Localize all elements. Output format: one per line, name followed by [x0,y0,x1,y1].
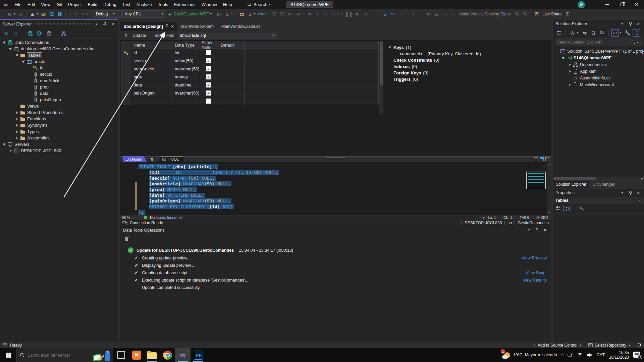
data-type-cell[interactable]: int [172,49,199,57]
stop-refresh-icon[interactable]: ✕ [12,29,19,38]
collapsed-arrow-icon[interactable] [15,111,19,114]
step-over-icon[interactable]: ↷ [389,10,397,18]
menu-window[interactable]: Window [199,1,220,8]
default-cell[interactable] [218,81,245,89]
tree-item[interactable]: <>MainWindow.xaml [553,81,644,88]
align-centers-icon[interactable]: ⫟ [417,10,425,18]
close-icon[interactable]: ✕ [110,21,116,27]
collapse-all-icon[interactable]: ⊟ [590,29,597,37]
chevron-down-icon[interactable]: ▼ [231,12,234,15]
scroll-left-icon[interactable]: ◀ [179,216,181,219]
allow-nulls-checkbox[interactable]: ✓ [206,66,211,71]
taskbar-xampp-button[interactable]: ✕ [129,348,144,362]
data-type-cell[interactable]: datetime [172,81,199,89]
collapsed-arrow-icon[interactable] [15,124,19,127]
scroll-up-icon[interactable]: ▲ [548,163,550,166]
find-in-files-icon[interactable]: 🗀 [238,10,246,18]
allow-nulls-checkbox[interactable]: ✓ [206,74,211,79]
live-share-icon[interactable]: ⇱ [533,10,540,18]
solution-search-box[interactable]: ▼ [555,39,642,46]
update-button[interactable]: Update [132,33,146,38]
dock-tab-solution-explorer[interactable]: Solution Explorer [553,181,589,188]
window-position-icon[interactable]: ▼ [619,21,625,27]
menu-analyze[interactable]: Analyze [133,1,155,8]
start-button[interactable] [0,348,16,362]
close-button[interactable]: ✕ [629,0,644,9]
properties-wrench-icon[interactable]: 🔧 [624,29,631,37]
tree-item[interactable]: Assemblies [0,135,118,141]
dock-tab-git-changes[interactable]: Git Changes [589,181,618,188]
live-share-label[interactable]: Live Share [542,12,561,16]
allow-nulls-checkbox[interactable]: ✓ [206,90,211,96]
name-cell[interactable]: seccio [131,57,172,65]
sql-server-object-explorer-icon[interactable] [60,29,67,38]
tsql-tab[interactable]: T-SQL [158,156,183,162]
issues-message[interactable]: No issues found [150,216,176,220]
increase-indent-icon[interactable]: ⇥ [294,10,302,18]
grid-vertical-scrollbar[interactable] [379,41,383,114]
data-type-cell[interactable]: nchar(50) [172,57,199,65]
collapsed-arrow-icon[interactable] [15,130,19,133]
line-indicator[interactable]: Ln: 1 [488,216,496,220]
code-line[interactable]: CREATE TABLE [dbo].[article] ( [139,164,528,170]
bring-to-front-icon[interactable]: ⧉ [513,10,521,18]
comment-icon[interactable]: 🗨 [270,10,277,18]
menu-project[interactable]: Project [65,1,85,8]
properties-object-select[interactable]: Tables ▼ [553,197,644,204]
make-same-size-icon[interactable]: ⊞ [433,10,441,18]
split-view-icon[interactable] [540,157,544,161]
chevron-down-icon[interactable]: ▼ [13,12,16,15]
redo-icon[interactable]: ↷ [79,10,86,18]
keyboard-language[interactable]: CAT [597,353,605,357]
hidden-icons-chevron[interactable]: ^ [561,353,564,357]
data-type-cell[interactable]: nvarchar(50) [172,89,199,97]
taskbar-visual-studio-button[interactable]: ∞ [175,348,191,362]
code-line[interactable]: [data] DATETIME NULL, [139,192,528,198]
name-cell[interactable]: data [131,81,172,89]
chevron-down-icon[interactable]: ▼ [132,216,135,219]
tree-item[interactable]: paisOrigen [0,97,118,103]
add-to-source-control-button[interactable]: ↑ Add to Source Control ▲ [534,343,582,348]
scroll-down-icon[interactable]: ▼ [548,211,550,214]
pause-icon[interactable]: ❚❚ [345,10,353,18]
name-cell[interactable] [131,97,172,105]
tree-item[interactable]: Types [0,128,118,135]
expanded-arrow-icon[interactable] [561,57,566,59]
refresh-icon[interactable]: ↻ [3,29,10,38]
close-icon[interactable]: ✕ [635,190,641,196]
align-lefts-icon[interactable]: ⫞ [409,10,417,18]
row-header-cell[interactable] [121,57,131,65]
connection-database[interactable]: GestioComandes [518,221,549,225]
default-cell[interactable] [218,57,245,65]
scroll-left-icon[interactable]: ◀ [553,177,555,180]
expanded-arrow-icon[interactable] [21,61,26,63]
close-icon[interactable]: ✕ [542,227,548,233]
tree-item[interactable]: C#AssemblyInfo.cs [553,75,644,81]
expand-icon[interactable]: ✛ [543,164,545,168]
prev-bookmark-icon[interactable]: ⚐ [314,10,321,18]
default-cell[interactable] [218,65,245,73]
chevron-down-icon[interactable]: ▼ [636,41,640,44]
sync-with-active-document-icon[interactable]: ⧟ [611,29,619,37]
step-out-icon[interactable]: ⤒ [397,10,405,18]
save-all-icon[interactable]: 🖬 [56,10,63,18]
name-cell[interactable]: preu [131,73,172,81]
chevron-down-icon[interactable]: ▼ [254,12,257,15]
code-line[interactable]: [paisOrigen] NVARCHAR(50) NULL, [139,198,528,204]
row-header-cell[interactable] [121,65,131,73]
chevron-down-icon[interactable]: ▼ [337,12,340,15]
horizontal-spacing-icon[interactable]: ⇿ [441,10,449,18]
taskbar-photoshop-button[interactable]: Ps [191,348,206,362]
new-project-icon[interactable]: ⊞ [29,10,36,18]
task-view-button[interactable] [113,348,129,362]
tree-item[interactable]: nomArticle [0,77,118,84]
default-cell[interactable] [218,49,245,57]
menu-file[interactable]: File [11,1,24,8]
menu-test[interactable]: Test [119,1,133,8]
table-row[interactable]: nomArticlenvarchar(50)✓ [121,65,379,73]
allow-nulls-checkbox[interactable]: ✓ [206,82,211,87]
chevron-down-icon[interactable]: ▼ [576,31,580,34]
keys-section[interactable]: Foreign Keys(0) [388,70,548,76]
create-database-icon[interactable] [45,29,53,38]
code-line[interactable]: [nomArticle] NVARCHAR(50) NULL, [139,181,528,187]
